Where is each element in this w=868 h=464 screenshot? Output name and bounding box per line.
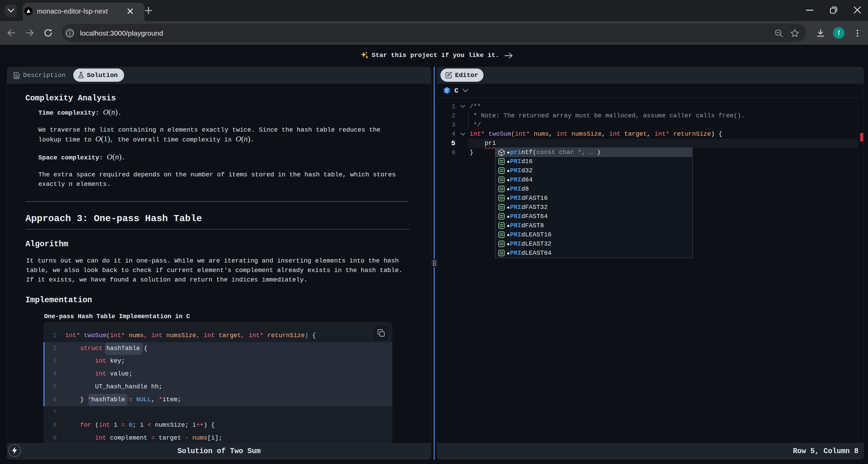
svg-text:C: C (445, 88, 449, 93)
